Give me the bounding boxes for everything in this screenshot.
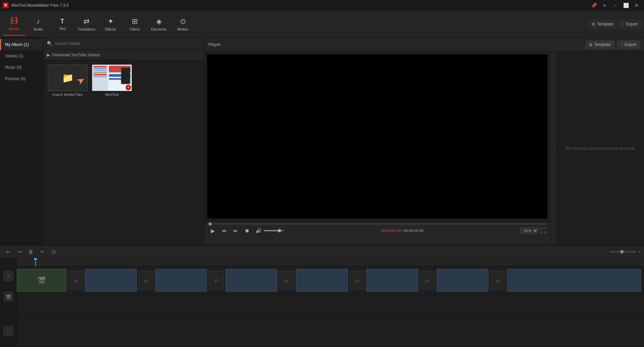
transition-slot-3[interactable]: ⇄ — [209, 271, 224, 290]
toolbar-elements[interactable]: ◈ Elements — [147, 13, 170, 36]
motion-icon: ⊙ — [180, 17, 186, 26]
info-panel: No material selected on the timeline. — [557, 52, 644, 245]
minitool-thumb: + — [92, 64, 132, 91]
video-player: ▶ ⏮ ⏭ ⏹ 🔊 00:00:00.00 — [204, 52, 550, 245]
toolbar-text[interactable]: T Text — [51, 13, 74, 36]
clip-segment-7[interactable] — [437, 269, 489, 292]
import-media-thumb: 📁 — [48, 64, 88, 91]
delete-button[interactable]: 🗑 — [26, 247, 36, 256]
toolbar-media[interactable]: 🎞 Media — [3, 13, 25, 36]
filters-icon: ⊞ — [132, 17, 138, 26]
download-bar[interactable]: ▶ Download YouTube Videos — [44, 50, 204, 60]
text-label: Text — [59, 26, 66, 31]
media-grid: 📁 Import Media Files — [44, 60, 204, 245]
zoom-slider[interactable] — [609, 251, 636, 252]
title-bar: M MiniTool MovieMaker Free 7.3.0 📌 ≡ − ⬜… — [0, 0, 644, 11]
redo-button[interactable]: ↪ — [15, 247, 24, 256]
play-button[interactable]: ▶ — [208, 226, 217, 235]
sidebar-item-my-album[interactable]: My Album (1) — [0, 39, 43, 50]
close-button[interactable]: ✕ — [632, 2, 641, 9]
transition-slot-2[interactable]: ⇄ — [138, 271, 153, 290]
player-label: Player — [208, 42, 221, 47]
transition-slot-5[interactable]: ⇄ — [349, 271, 365, 290]
transition-slot-4[interactable]: ⇄ — [279, 271, 294, 290]
cut-button[interactable]: ✂ — [38, 247, 47, 256]
export-button[interactable]: ↑ Export — [618, 20, 641, 28]
transitions-label: Transitions — [77, 27, 95, 31]
no-material-text: No material selected on the timeline. — [565, 146, 636, 151]
pin-button[interactable]: 📌 — [589, 2, 598, 9]
stop-button[interactable]: ⏹ — [243, 226, 251, 235]
toolbar-audio[interactable]: ♪ Audio — [27, 13, 50, 36]
audio-track-content — [17, 295, 644, 313]
audio-label: Audio — [34, 27, 43, 31]
next-frame-button[interactable]: ⏭ — [231, 226, 240, 235]
menu-button[interactable]: ≡ — [600, 2, 609, 9]
toolbar-transitions[interactable]: ⇄ Transitions — [75, 13, 98, 36]
transition-slot-6[interactable]: ⇄ — [420, 271, 435, 290]
audio-track-icon[interactable]: ♪ — [3, 326, 13, 336]
undo-button[interactable]: ↩ — [3, 247, 13, 256]
timeline-side-controls: + 🎬 ♪ — [0, 258, 17, 347]
toolbar-filters[interactable]: ⊞ Filters — [123, 13, 146, 36]
video-clip-main[interactable]: 🎬 — [17, 269, 66, 292]
video-track-icon[interactable]: 🎬 — [3, 292, 13, 302]
sidebar-item-videos[interactable]: Videos (1) — [0, 50, 43, 62]
right-panel: Player ⧉ Template ↑ Export — [204, 38, 644, 245]
volume-control: 🔊 — [254, 226, 284, 235]
volume-icon[interactable]: 🔊 — [254, 226, 263, 235]
add-track-button[interactable]: + — [3, 271, 13, 281]
import-media-item[interactable]: 📁 Import Media Files — [48, 64, 88, 97]
player-actions: ⧉ Template ↑ Export — [586, 41, 640, 49]
aspect-ratio-select[interactable]: 16:9 4:3 1:1 — [521, 227, 538, 234]
minitool-media-label: MiniTool — [105, 93, 119, 97]
clip-segment-4[interactable] — [226, 269, 277, 292]
playhead[interactable] — [35, 258, 36, 266]
minitool-media-item[interactable]: + MiniTool — [92, 64, 132, 97]
progress-bar[interactable] — [208, 223, 546, 225]
minimize-button[interactable]: − — [610, 2, 620, 9]
add-to-timeline-icon: + — [126, 85, 131, 90]
edit-toolbar: ↩ ↪ 🗑 ✂ ⊡ − + — [0, 245, 644, 258]
crop-button[interactable]: ⊡ — [49, 247, 58, 256]
clip-segment-5[interactable] — [296, 269, 348, 292]
youtube-icon: ▶ — [47, 53, 50, 57]
export-player-label: Export — [625, 42, 636, 47]
fullscreen-button[interactable]: ⛶ — [541, 228, 546, 234]
effects-icon: ✦ — [108, 17, 114, 26]
toolbar-motion[interactable]: ⊙ Motion — [172, 13, 194, 36]
clip-segment-3[interactable] — [155, 269, 207, 292]
zoom-out-icon: − — [605, 249, 607, 254]
bottom-area: ↩ ↪ 🗑 ✂ ⊡ − + + 🎬 ♪ — [0, 245, 644, 347]
search-input[interactable] — [55, 41, 201, 46]
clip-segment-6[interactable] — [366, 269, 418, 292]
transition-slot-7[interactable]: ⇄ — [490, 271, 505, 290]
effects-label: Effects — [105, 27, 116, 31]
left-panel: My Album (1) Videos (1) Music (0) Pictur… — [0, 38, 204, 245]
folder-icon: 📁 — [62, 72, 74, 83]
restore-button[interactable]: ⬜ — [621, 2, 631, 9]
volume-slider[interactable] — [264, 230, 284, 231]
player-header: Player ⧉ Template ↑ Export — [204, 38, 644, 52]
main-area: My Album (1) Videos (1) Music (0) Pictur… — [0, 38, 644, 245]
app-name: MiniTool MovieMaker Free 7.3.0 — [11, 3, 589, 8]
toolbar-effects[interactable]: ✦ Effects — [99, 13, 122, 36]
window-controls: 📌 ≡ − ⬜ ✕ — [589, 2, 641, 9]
video-screen — [207, 54, 548, 219]
clip-segment-2[interactable] — [85, 269, 137, 292]
clip-icon: 🎬 — [38, 276, 46, 284]
prev-frame-button[interactable]: ⏮ — [220, 226, 229, 235]
download-label: Download YouTube Videos — [52, 53, 100, 57]
sidebar-item-pictures[interactable]: Pictures (0) — [0, 73, 43, 84]
collapse-panel-button[interactable]: › — [550, 52, 557, 245]
transition-slot-1[interactable]: ⇄ — [68, 271, 83, 290]
zoom-controls: − + — [605, 249, 641, 254]
template-player-button[interactable]: ⧉ Template — [586, 41, 615, 49]
player-area: ▶ ⏮ ⏭ ⏹ 🔊 00:00:00.00 — [204, 52, 644, 245]
template-button[interactable]: ⧉ Template — [588, 20, 617, 28]
export-player-button[interactable]: ↑ Export — [617, 41, 640, 49]
export-icon: ↑ — [622, 22, 624, 26]
sidebar-item-music[interactable]: Music (0) — [0, 62, 43, 73]
filters-label: Filters — [130, 27, 140, 31]
clip-segment-8[interactable] — [507, 269, 641, 292]
